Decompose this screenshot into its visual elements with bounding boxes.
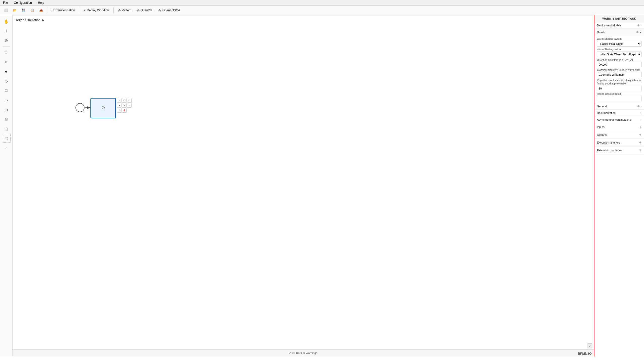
context-pad-row-1: ○ ◇ □ — [117, 98, 132, 103]
general-row[interactable]: General › — [594, 103, 644, 110]
context-circle-outline[interactable]: ○ — [117, 98, 122, 103]
group-tool[interactable]: ⬚ — [2, 134, 11, 143]
classical-algorithm-input[interactable] — [597, 72, 641, 77]
context-delete[interactable]: 🗑 — [122, 108, 127, 113]
details-content: Warm-Starting pattern Biased Initial Sta… — [594, 35, 644, 103]
extension-properties-label: Extension properties — [597, 149, 622, 152]
move-tool[interactable]: ✛ — [2, 27, 11, 35]
quantme-label: QuantME — [141, 9, 153, 12]
open-tosca-label: OpenTOSCA — [162, 9, 180, 12]
execution-listeners-plus: + — [639, 140, 641, 145]
execution-listeners-row[interactable]: Execution listeners + — [594, 139, 644, 147]
right-panel-title: WARM STARTING TASK — [594, 15, 644, 22]
pool-tool[interactable]: ⊟ — [2, 115, 11, 123]
deployment-models-label: Deployment Models — [597, 24, 621, 27]
left-sidebar: ✋ ✛ ⊕ ○ ○ ● ◇ □ ▭ ▢ ⊟ ⬚ ⬚ ··· — [0, 15, 13, 356]
export-button[interactable]: 📤 — [37, 8, 45, 13]
warm-starting-pattern-select[interactable]: Biased Initial State — [597, 41, 641, 47]
export-icon: 📤 — [39, 9, 43, 12]
repetitions-label: Repetitions of the classical algorithm f… — [597, 79, 641, 85]
new-button[interactable]: ⬜ — [2, 8, 10, 13]
pattern-label: Pattern — [122, 9, 132, 12]
save-as-icon: 📋 — [30, 9, 34, 12]
quantme-button[interactable]: ⁂ QuantME — [135, 8, 155, 13]
general-arrow: › — [640, 105, 641, 108]
general-label: General — [597, 105, 607, 108]
context-more[interactable]: ··· — [127, 103, 132, 108]
details-header[interactable]: Details ∨ — [594, 29, 644, 35]
save-icon: 💾 — [22, 9, 25, 12]
deploy-workflow-label: Deploy Workflow — [87, 9, 109, 12]
inputs-label: Inputs — [597, 125, 605, 128]
details-dot — [636, 31, 638, 33]
documentation-row[interactable]: Documentation › — [594, 110, 644, 116]
expanded-pool-tool[interactable]: ⬚ — [2, 124, 11, 133]
save-button[interactable]: 💾 — [20, 8, 27, 13]
subprocess-tool[interactable]: ▢ — [2, 105, 11, 114]
context-connect[interactable]: ↗ — [117, 108, 122, 113]
bpmn-logo[interactable]: BPMN.IO — [578, 352, 592, 355]
context-diamond[interactable]: ◇ — [122, 98, 127, 103]
async-arrow: › — [640, 118, 641, 121]
async-continuations-row[interactable]: Asynchronous continuations › — [594, 116, 644, 123]
transformation-button[interactable]: ⇄ Transformation — [49, 8, 77, 13]
end-event-tool[interactable]: ● — [2, 67, 11, 76]
context-rectangle[interactable]: □ — [127, 98, 132, 103]
extension-properties-row[interactable]: Extension properties + — [594, 147, 644, 154]
separator-3 — [113, 7, 114, 13]
context-circle-solid[interactable]: ● — [117, 103, 122, 108]
more-tools-button[interactable]: ··· — [2, 144, 11, 152]
documentation-label: Documentation — [597, 111, 616, 114]
details-label: Details — [597, 31, 606, 34]
global-connect-tool[interactable]: ⊕ — [2, 36, 11, 45]
warm-starting-method-select[interactable]: Initial State Warm-Start Egger — [597, 52, 641, 57]
context-pad-row-3: ↗ 🗑 — [117, 108, 132, 113]
general-dot — [637, 105, 639, 107]
open-button[interactable]: 📂 — [11, 8, 19, 13]
inputs-plus: + — [639, 125, 641, 129]
fit-viewport-button[interactable]: ⤢ — [587, 343, 592, 348]
menu-configuration[interactable]: Configuration — [13, 1, 33, 5]
data-store-tool[interactable]: ▭ — [2, 96, 11, 104]
pattern-icon: ⁂ — [118, 9, 121, 12]
repetitions-input[interactable] — [597, 86, 641, 91]
details-arrow: ∨ — [639, 30, 641, 34]
bpmn-canvas — [13, 15, 594, 356]
outputs-row[interactable]: Outputs + — [594, 131, 644, 139]
extension-properties-plus: + — [639, 148, 641, 153]
outputs-plus: + — [639, 132, 641, 137]
async-continuations-label: Asynchronous continuations — [597, 118, 632, 121]
quantum-algorithm-input[interactable] — [597, 62, 641, 67]
deploy-workflow-button[interactable]: ↗ Deploy Workflow — [81, 8, 111, 13]
quantum-algorithm-label: Quantum algorithm (e.g. QAOA) — [597, 59, 641, 61]
open-tosca-button[interactable]: ⁂ OpenTOSCA — [156, 8, 182, 13]
inputs-row[interactable]: Inputs + — [594, 123, 644, 131]
canvas-area[interactable]: Token Simulation ▶ ⚙ ○ ◇ — [13, 15, 594, 356]
menu-file[interactable]: File — [2, 1, 9, 5]
save-as-button[interactable]: 📋 — [28, 8, 36, 13]
deployment-models-controls: › — [637, 24, 641, 27]
details-controls: ∨ — [636, 30, 641, 34]
task-tool[interactable]: □ — [2, 86, 11, 95]
warm-starting-task[interactable]: ⚙ — [91, 98, 116, 118]
start-event-tool[interactable]: ○ — [2, 48, 11, 57]
deployment-models-row[interactable]: Deployment Models › — [594, 22, 644, 29]
round-classical-input[interactable] — [597, 96, 641, 101]
gateway-tool[interactable]: ◇ — [2, 77, 11, 85]
context-pen[interactable]: ✎ — [122, 103, 127, 108]
start-event[interactable] — [75, 103, 85, 112]
hand-tool[interactable]: ✋ — [2, 17, 11, 26]
pattern-button[interactable]: ⁂ Pattern — [116, 8, 134, 13]
deploy-icon: ↗ — [83, 9, 86, 12]
outputs-label: Outputs — [597, 133, 607, 136]
status-bar: ✓ 0 Errors, 0 Warnings — [13, 349, 594, 356]
details-section: Details ∨ Warm-Starting pattern Biased I… — [594, 29, 644, 103]
warm-starting-method-label: Warm-Starting method — [597, 48, 641, 51]
intermediate-event-tool[interactable]: ○ — [2, 58, 11, 66]
documentation-arrow: › — [640, 111, 641, 115]
main-layout: ✋ ✛ ⊕ ○ ○ ● ◇ □ ▭ ▢ ⊟ ⬚ ⬚ ··· Token Simu… — [0, 15, 644, 356]
deployment-models-arrow: › — [640, 24, 641, 27]
general-controls: › — [637, 105, 641, 108]
menu-help[interactable]: Help — [37, 1, 45, 5]
quantme-icon: ⁂ — [137, 9, 140, 12]
